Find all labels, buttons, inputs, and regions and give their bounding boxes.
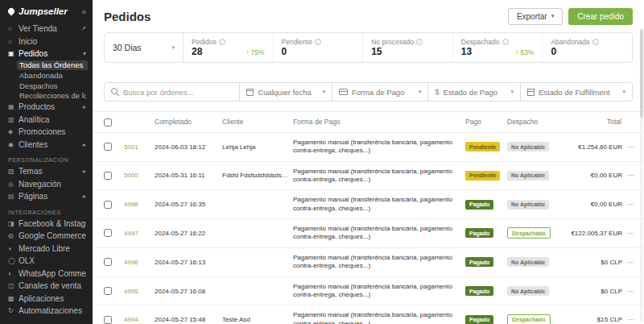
row-checkbox[interactable]	[104, 172, 112, 180]
info-icon: i	[315, 39, 321, 45]
sidebar-item-facebook-instagram[interactable]: ◨Facebook & Instagram	[0, 218, 93, 231]
sidebar-item-automatizaciones[interactable]: ↻Automatizaciones	[0, 305, 93, 318]
sidebar-item-clientes[interactable]: ◉Clientes▸	[0, 139, 93, 152]
order-id-link[interactable]: 4995	[124, 288, 138, 295]
stats-card: 30 Dias ▾ Pedidosi28↑75%Pendientei0No pr…	[104, 32, 633, 63]
sidebar-item-label: Analítica	[19, 115, 86, 124]
sidebar: Jumpseller « ⌂Ver Tienda↗⌂Inicio▣Pedidos…	[0, 0, 93, 324]
sidebar-item-label: Facebook & Instagram	[19, 219, 86, 228]
collapse-sidebar-icon[interactable]: «	[81, 7, 86, 16]
order-id-link[interactable]: 4997	[124, 230, 138, 237]
sidebar-item-ver-tienda[interactable]: ⌂Ver Tienda↗	[0, 23, 93, 35]
sidebar-item-olx[interactable]: ◯OLX	[0, 255, 93, 268]
stat-value-row: 15	[371, 46, 444, 57]
sidebar-item-inicio[interactable]: ⌂Inicio	[0, 35, 93, 48]
cell-fulfillment-status: No Aplicable	[505, 276, 565, 305]
stat-no-procesado: No procesadoi15	[362, 33, 452, 62]
row-checkbox[interactable]	[104, 287, 112, 295]
sidebar-item-temas[interactable]: ▧Temas▸	[0, 165, 93, 178]
sidebar-section-personalizacion: PERSONALIZACIÓN	[0, 151, 93, 165]
row-checkbox[interactable]	[104, 143, 112, 151]
sidebar-item-google-commerce[interactable]: ◍Google Commerce	[0, 230, 93, 243]
sidebar-item-todas-las-ordenes[interactable]: Todas las Órdenes	[17, 60, 88, 70]
row-checkbox[interactable]	[104, 229, 112, 237]
table-row[interactable]: 49972024-05-27 16:22Pagamento manual (tr…	[93, 219, 644, 248]
export-button[interactable]: Exportar ▾	[508, 8, 563, 25]
mercado-libre-icon: ◖	[8, 245, 19, 252]
stat-label-row: No procesadoi	[371, 38, 444, 46]
row-actions-menu[interactable]: ⋯	[627, 200, 636, 209]
stat-abandonada: Abandonadai0	[542, 33, 632, 62]
row-actions-menu[interactable]: ⋯	[627, 229, 636, 238]
row-actions-menu[interactable]: ⋯	[627, 171, 636, 180]
scrollbar-thumb[interactable]	[640, 29, 643, 118]
order-id-link[interactable]: 5000	[124, 172, 138, 179]
sidebar-item-navegacion[interactable]: ◎Navegación	[0, 178, 93, 191]
fulfillment-status-badge: No Aplicable	[507, 200, 549, 210]
sidebar-item-label: Temas	[19, 167, 80, 176]
stat-label: Abandonada	[551, 38, 589, 46]
cell-payment-status: Pagado	[463, 305, 505, 324]
sidebar-item-label: Mercado Libre	[19, 244, 86, 253]
select-all-checkbox[interactable]	[104, 118, 112, 127]
row-actions-menu[interactable]: ⋯	[627, 315, 636, 324]
sidebar-item-despachos[interactable]: Despachos	[0, 81, 93, 91]
create-order-button[interactable]: Crear pedido	[568, 8, 633, 25]
stat-label-row: Pendientei	[282, 38, 355, 46]
sidebar-item-aplicaciones[interactable]: ▩Aplicaciones	[0, 293, 93, 305]
payment-status-filter-label: Estado de Pago	[443, 88, 506, 97]
date-filter[interactable]: Cualquier fecha ▾	[239, 83, 332, 101]
sidebar-item-productos[interactable]: ▦Productos▸	[0, 101, 93, 114]
cell-checkbox	[93, 305, 122, 324]
fulfillment-status-filter[interactable]: Estado de Fulfillment ▾	[520, 83, 632, 101]
table-row[interactable]: 49962024-05-27 16:13Pagamento manual (tr…	[93, 247, 644, 276]
scrollbar[interactable]	[640, 29, 643, 322]
sidebar-item-label: Clientes	[19, 140, 80, 149]
row-actions-menu[interactable]: ⋯	[627, 258, 636, 267]
order-id-link[interactable]: 4998	[124, 201, 138, 208]
sidebar-item-analitica[interactable]: ▥Analítica	[0, 114, 93, 127]
orders-search[interactable]	[105, 83, 239, 101]
table-row[interactable]: 50012024-06-03 18:12Lehja LehjaPagamento…	[93, 132, 644, 161]
table-row[interactable]: 49952024-05-27 16:08Pagamento manual (tr…	[93, 276, 644, 305]
row-checkbox[interactable]	[104, 258, 112, 266]
sidebar-item-promociones[interactable]: ◈Promociones	[0, 126, 93, 139]
row-checkbox[interactable]	[104, 316, 112, 324]
sidebar-item-label: Automatizaciones	[19, 306, 86, 315]
jumpseller-logo-text: Jumpseller	[19, 6, 81, 16]
table-row[interactable]: 49942024-05-27 15:48Teste AsdPagamento m…	[93, 305, 644, 324]
row-actions-menu[interactable]: ⋯	[627, 287, 636, 296]
order-id-link[interactable]: 5001	[124, 143, 138, 151]
payment-status-filter[interactable]: $ Estado de Pago ▾	[427, 83, 520, 101]
chevron-down-icon: ▾	[623, 89, 626, 95]
fulfillment-status-filter-label: Estado de Fulfillment	[539, 88, 619, 97]
col-id	[122, 112, 152, 133]
order-id-link[interactable]: 4994	[124, 316, 138, 323]
sidebar-item-mercado-libre[interactable]: ◖Mercado Libre	[0, 243, 93, 255]
period-select[interactable]: 30 Dias ▾	[105, 33, 184, 62]
sidebar-item-canales-de-venta[interactable]: ◫Canales de venta	[0, 280, 93, 293]
payment-method-filter[interactable]: Forma de Pago ▾	[332, 83, 427, 101]
arrow-up-icon: ↑	[515, 49, 518, 56]
sidebar-item-recolecciones-de-los-despach[interactable]: Recolecciones de los despach	[0, 91, 93, 102]
search-input[interactable]	[123, 88, 233, 97]
cell-payment-method: Pagamento manual (transferência bancária…	[291, 132, 463, 161]
fulfillment-status-badge: Despachado	[507, 227, 551, 239]
sidebar-item-pedidos[interactable]: ▣Pedidos▾	[0, 48, 93, 60]
stat-delta: ↑75%	[246, 48, 265, 56]
clients-icon: ◉	[8, 141, 19, 148]
info-icon: i	[502, 39, 509, 45]
table-row[interactable]: 50002024-05-31 16:11Fdsfd Fdsfsdsfddsdsd…	[93, 161, 644, 190]
payment-status-badge: Pendiente	[465, 142, 500, 152]
row-actions-menu[interactable]: ⋯	[627, 143, 636, 152]
sidebar-item-label: WhatsApp Commerce	[19, 269, 86, 278]
order-id-link[interactable]: 4996	[124, 259, 138, 266]
export-button-label: Exportar	[517, 12, 547, 21]
row-checkbox[interactable]	[104, 201, 112, 209]
sidebar-item-whatsapp-commerce[interactable]: ◗WhatsApp Commerce	[0, 268, 93, 280]
sidebar-item-abandonada[interactable]: Abandonada	[0, 71, 93, 81]
sidebar-item-paginas[interactable]: ▤Páginas▸	[0, 190, 93, 203]
payment-status-badge: Pagado	[465, 315, 493, 324]
payment-method-filter-label: Forma de Pago	[352, 88, 415, 97]
table-row[interactable]: 49982024-05-27 16:35Pagamento manual (tr…	[93, 190, 644, 219]
